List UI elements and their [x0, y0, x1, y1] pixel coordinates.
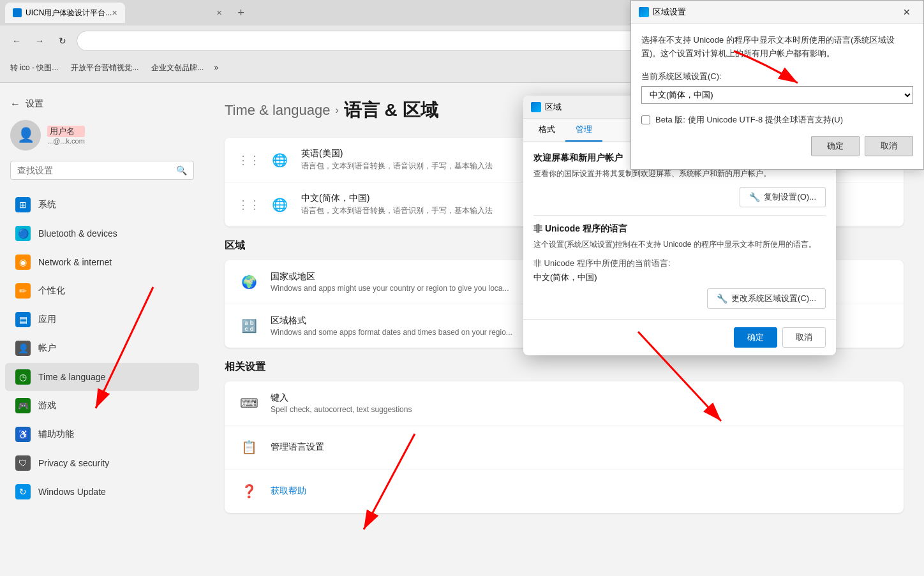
welcome-section-desc: 查看你的国际设置并将其复制到欢迎屏幕、系统帐户和新的用户帐户。 [533, 168, 826, 179]
system-label: 系统 [38, 199, 56, 210]
user-profile: 👤 用户名 ...@...k.com [0, 115, 204, 161]
unicode-checkbox-label: Beta 版: 使用 Unicode UTF-8 提供全球语言支持(U) [655, 114, 843, 126]
bookmark-item-1[interactable]: 转 ico - 快图... [8, 61, 61, 75]
tab-manage-label: 管理 [576, 124, 592, 134]
unicode-ok-label: 确定 [827, 141, 844, 151]
region-cancel-label: 取消 [796, 332, 812, 342]
non-unicode-desc: 这个设置(系统区域设置)控制在不支持 Unicode 的程序中显示文本时所使用的… [533, 239, 826, 250]
related-label: 相关设置 [225, 360, 904, 374]
update-icon: ↻ [15, 484, 31, 499]
copy-btn-label: 复制设置(O)... [764, 191, 816, 203]
bookmark-overflow[interactable]: » [214, 63, 218, 72]
non-unicode-title: 非 Unicode 程序的语言 [533, 223, 826, 235]
time-label: Time & language [38, 372, 105, 382]
keyboard-icon: ⌨ [237, 392, 260, 415]
unicode-dialog-title: 区域设置 [639, 6, 686, 18]
sidebar-item-update[interactable]: ↻ Windows Update [5, 478, 199, 506]
help-item[interactable]: ❓ 获取帮助 [225, 469, 904, 513]
help-text: 获取帮助 [271, 485, 891, 497]
sidebar-item-bluetooth[interactable]: 🔵 Bluetooth & devices [5, 219, 199, 247]
accounts-icon: 👤 [15, 341, 31, 356]
sidebar-item-network[interactable]: ◉ Network & internet [5, 248, 199, 276]
search-input[interactable] [17, 165, 176, 175]
current-lang-label: 非 Unicode 程序中所使用的当前语言: [533, 258, 826, 269]
avatar: 👤 [10, 120, 41, 151]
refresh-btn[interactable]: ↻ [54, 32, 71, 50]
bookmark-item-3[interactable]: 企业文创品牌... [149, 61, 206, 75]
unicode-current-label: 当前系统区域设置(C): [641, 71, 913, 82]
sidebar-item-accounts[interactable]: 👤 帐户 [5, 334, 199, 362]
unicode-cancel-btn[interactable]: 取消 [865, 136, 913, 156]
unicode-checkbox[interactable] [641, 115, 650, 124]
related-card: ⌨ 键入 Spell check, autocorrect, text sugg… [225, 381, 904, 513]
bookmark-item-2[interactable]: 开放平台营销视觉... [68, 61, 141, 75]
accessibility-label: 辅助功能 [38, 429, 74, 440]
unicode-body: 选择在不支持 Unicode 的程序中显示文本时所使用的语言(系统区域设置)。这… [631, 24, 923, 169]
breadcrumb-sep: › [336, 105, 339, 116]
unicode-select-row: 中文(简体，中国) [641, 86, 913, 104]
region-ok-label: 确定 [747, 332, 764, 342]
apps-icon: ▤ [15, 312, 31, 327]
copy-btn-icon: 🔧 [749, 192, 760, 202]
sidebar-item-gaming[interactable]: 🎮 游戏 [5, 392, 199, 420]
keyboard-title: 键入 [271, 392, 891, 404]
bluetooth-icon: 🔵 [15, 226, 31, 241]
sidebar-item-personalize[interactable]: ✏ 个性化 [5, 277, 199, 305]
chinese-icon: 🌐 [268, 193, 291, 216]
bookmark-3-label: 企业文创品牌... [151, 63, 204, 73]
breadcrumb: Time & language [225, 102, 331, 119]
change-region-btn[interactable]: 🔧 更改系统区域设置(C)... [707, 288, 826, 309]
back-browser-btn[interactable]: ← [8, 32, 26, 50]
unicode-select[interactable]: 中文(简体，中国) [641, 86, 913, 104]
new-tab-button[interactable]: + [232, 6, 250, 20]
back-button[interactable]: ← 设置 [0, 93, 204, 115]
search-box: 🔍 [10, 161, 194, 180]
bookmark-1-label: 转 ico - 快图... [10, 63, 58, 73]
tab-manage[interactable]: 管理 [565, 119, 602, 142]
unicode-title-text: 区域设置 [653, 6, 686, 18]
user-email: ...@...k.com [47, 137, 85, 145]
update-label: Windows Update [38, 487, 106, 497]
personalize-label: 个性化 [38, 285, 65, 297]
unicode-desc: 选择在不支持 Unicode 的程序中显示文本时所使用的语言(系统区域设置)。这… [641, 34, 913, 61]
inactive-tab-close[interactable]: ✕ [216, 9, 222, 17]
user-info: 用户名 ...@...k.com [47, 126, 85, 145]
personalize-icon: ✏ [15, 283, 31, 299]
accounts-label: 帐户 [38, 343, 56, 354]
unicode-dialog: 区域设置 ✕ 选择在不支持 Unicode 的程序中显示文本时所使用的语言(系统… [630, 0, 924, 170]
forward-browser-btn[interactable]: → [31, 32, 48, 50]
unicode-footer: 确定 取消 [641, 136, 913, 159]
gaming-icon: 🎮 [15, 398, 31, 413]
keyboard-text: 键入 Spell check, autocorrect, text sugges… [271, 392, 891, 414]
privacy-label: Privacy & security [38, 458, 109, 468]
change-btn-label: 更改系统区域设置(C)... [731, 293, 816, 304]
bluetooth-label: Bluetooth & devices [38, 228, 117, 239]
active-tab[interactable]: UICN用户体验设计平台... ✕ [5, 3, 125, 23]
sidebar-item-privacy[interactable]: 🛡 Privacy & security [5, 449, 199, 477]
drag-handle-english: ⋮⋮ [237, 153, 260, 167]
keyboard-item[interactable]: ⌨ 键入 Spell check, autocorrect, text sugg… [225, 381, 904, 425]
sidebar-item-time[interactable]: ◷ Time & language [5, 363, 199, 391]
page-title: 语言 & 区域 [344, 98, 438, 122]
lang-settings-item[interactable]: 📋 管理语言设置 [225, 425, 904, 469]
drag-handle-chinese: ⋮⋮ [237, 198, 260, 212]
region-ok-btn[interactable]: 确定 [734, 327, 777, 348]
unicode-dialog-close[interactable]: ✕ [898, 6, 916, 18]
back-label: 设置 [26, 98, 43, 110]
sidebar-item-apps[interactable]: ▤ 应用 [5, 306, 199, 334]
tab-close-btn[interactable]: ✕ [112, 9, 117, 17]
sidebar-item-accessibility[interactable]: ♿ 辅助功能 [5, 420, 199, 448]
copy-settings-btn[interactable]: 🔧 复制设置(O)... [740, 187, 826, 207]
tab-format[interactable]: 格式 [528, 119, 565, 142]
sidebar: ← 设置 👤 用户名 ...@...k.com 🔍 ⊞ 系统 🔵 Bluetoo… [0, 83, 204, 576]
tab-format-label: 格式 [539, 124, 555, 134]
bookmark-2-label: 开放平台营销视觉... [71, 63, 138, 73]
privacy-icon: 🛡 [15, 455, 31, 471]
region-cancel-btn[interactable]: 取消 [782, 327, 826, 348]
sidebar-item-system[interactable]: ⊞ 系统 [5, 191, 199, 219]
time-icon: ◷ [15, 369, 31, 385]
unicode-ok-btn[interactable]: 确定 [811, 136, 860, 156]
tab-favicon [13, 8, 22, 17]
tab-label: UICN用户体验设计平台... [26, 8, 112, 18]
inactive-tab[interactable]: ✕ [128, 3, 230, 23]
